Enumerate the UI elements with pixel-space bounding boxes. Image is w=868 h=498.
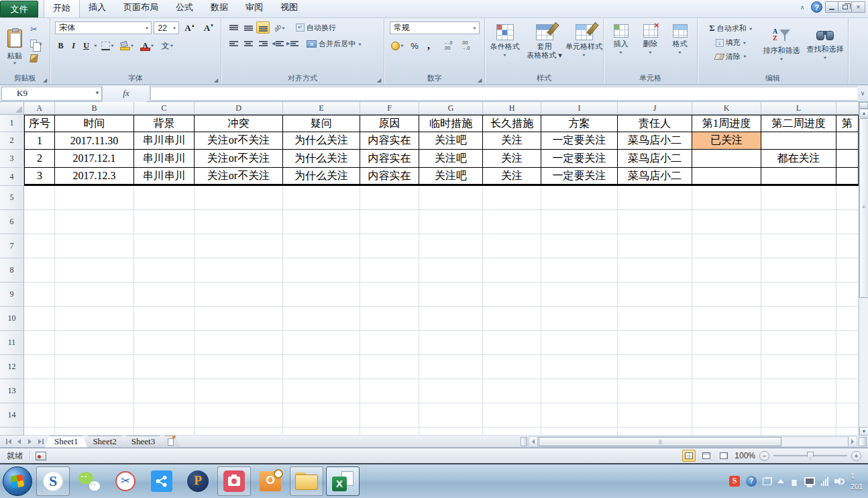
cell-G5[interactable] [419,186,483,210]
cell-F13[interactable] [360,379,419,403]
name-box[interactable]: K9▼ [1,87,102,101]
cell-F14[interactable] [360,403,419,428]
scroll-up-button[interactable]: ▲ [859,109,868,117]
cell-H2[interactable]: 关注 [483,132,541,150]
file-tab[interactable]: 文件 [0,1,38,17]
comma-style-button[interactable]: , [423,40,434,52]
cell-K11[interactable] [692,331,761,355]
cell-I13[interactable] [541,379,618,403]
horizontal-scrollbar[interactable] [529,436,857,447]
cell-L9[interactable] [761,283,836,307]
cell-H1[interactable]: 长久措施 [483,115,541,132]
scroll-down-button[interactable]: ▼ [859,427,868,436]
col-header-K[interactable]: K [692,102,761,115]
network-signal-icon[interactable] [821,477,828,486]
cell-M12[interactable] [836,355,859,379]
start-button[interactable] [3,466,32,496]
cell-G15[interactable] [419,428,483,436]
cell-E3[interactable]: 为什么关注 [283,150,360,168]
cell-F2[interactable]: 内容实在 [360,132,419,150]
cell-E9[interactable] [283,283,360,307]
cell-L6[interactable] [761,210,836,234]
cell-L4[interactable] [761,168,836,186]
taskbar-screenshot[interactable]: ✂ [109,466,142,496]
page-break-preview-button[interactable] [717,450,730,462]
cell-K14[interactable] [692,403,761,428]
cell-G14[interactable] [419,403,483,428]
cell-H10[interactable] [483,307,541,331]
cell-K12[interactable] [692,355,761,379]
cell-H12[interactable] [483,355,541,379]
cell-B8[interactable] [55,258,134,283]
cell-L12[interactable] [761,355,836,379]
row-header-5[interactable]: 5 [0,186,24,210]
cell-L13[interactable] [761,379,836,403]
cell-G9[interactable] [419,283,483,307]
shrink-font-button[interactable]: A▼ [201,21,217,34]
delete-cells-button[interactable]: 删除▼ [636,18,665,74]
cell-B13[interactable] [55,379,134,403]
align-center-button[interactable] [241,38,255,50]
underline-button[interactable]: U [80,40,92,52]
phonetic-button[interactable]: 文▼ [158,40,177,52]
cell-B11[interactable] [55,331,134,355]
cell-F10[interactable] [360,307,419,331]
fill-button[interactable]: ↓填充▼ [703,37,759,48]
taskbar-wechat[interactable] [72,466,106,496]
row-header-13[interactable]: 13 [0,379,24,403]
cell-J15[interactable] [618,428,692,436]
cell-G6[interactable] [419,210,483,234]
cell-I1[interactable]: 方案 [541,115,618,132]
col-header-F[interactable]: F [360,102,419,115]
cell-I4[interactable]: 一定要关注 [541,168,618,186]
cell-H15[interactable] [483,428,541,436]
insert-cells-button[interactable]: 插入▼ [606,18,636,74]
help-tray-icon[interactable]: ? [746,476,757,487]
scroll-left-button[interactable] [529,437,538,446]
show-hidden-icons-button[interactable] [777,479,784,483]
cell-M10[interactable] [836,307,859,331]
cell-B2[interactable]: 2017.11.30 [55,132,134,150]
cell-C6[interactable] [134,210,195,234]
cell-E14[interactable] [283,403,360,428]
cell-H4[interactable]: 关注 [483,168,541,186]
cell-H13[interactable] [483,379,541,403]
row-header-15[interactable] [0,428,24,436]
cell-A2[interactable]: 1 [24,132,55,150]
cell-C12[interactable] [134,355,195,379]
row-header-7[interactable]: 7 [0,234,24,258]
col-header-A[interactable]: A [24,102,55,115]
tab-视图[interactable]: 视图 [272,0,307,17]
cell-K2[interactable]: 已关注 [692,132,761,150]
cell-M9[interactable] [836,283,859,307]
cell-K13[interactable] [692,379,761,403]
cell-K9[interactable] [692,283,761,307]
zoom-in-button[interactable]: + [851,451,861,461]
cell-I6[interactable] [541,210,618,234]
italic-button[interactable]: I [68,40,79,52]
scroll-right-button[interactable] [848,437,857,446]
windows-stack-tray-icon[interactable] [763,478,771,485]
taskbar-outlook[interactable]: O [254,466,287,496]
zoom-level[interactable]: 100% [735,451,755,460]
cell-B6[interactable] [55,210,134,234]
cell-D9[interactable] [195,283,283,307]
cell-I2[interactable]: 一定要关注 [541,132,618,150]
sogou-tray-icon[interactable]: S [729,476,740,487]
cell-D2[interactable]: 关注or不关注 [195,132,283,150]
cell-B1[interactable]: 时间 [55,115,134,132]
cell-L8[interactable] [761,258,836,283]
cell-D6[interactable] [195,210,283,234]
merge-center-button[interactable]: a合并后居中▼ [306,38,363,50]
cell-C3[interactable]: 串川串川 [134,150,195,168]
prev-sheet-button[interactable] [15,437,23,446]
normal-view-button[interactable] [682,450,696,462]
first-sheet-button[interactable] [4,437,13,446]
cell-I8[interactable] [541,258,618,283]
volume-icon[interactable] [834,477,845,486]
cell-C13[interactable] [134,379,195,403]
align-right-button[interactable] [256,38,270,50]
cell-F11[interactable] [360,331,419,355]
cell-H14[interactable] [483,403,541,428]
row-header-14[interactable]: 14 [0,403,24,428]
